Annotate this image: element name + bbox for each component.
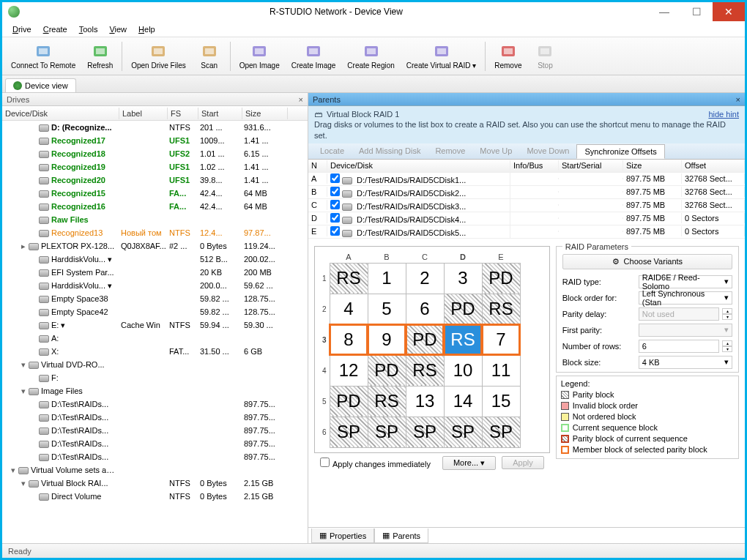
grid-cell[interactable]: SP [406, 417, 444, 447]
grid-cell[interactable]: PD [482, 263, 520, 294]
connect-to-remote-button[interactable]: Connect To Remote [5, 39, 81, 74]
tree-row[interactable]: Raw Files [2, 213, 308, 226]
tree-row[interactable]: Recognized13Новый томNTFS12.4...97.87... [2, 226, 308, 239]
tree-row[interactable]: D:\Test\RAIDs...897.75... [2, 411, 308, 424]
tree-row[interactable]: A: [2, 332, 308, 345]
raid-tab-locate[interactable]: Locate [313, 144, 352, 157]
tree-row[interactable]: ▾Image Files [2, 384, 308, 397]
menu-drive[interactable]: Drive [8, 23, 36, 35]
grid-cell[interactable]: 14 [444, 386, 482, 417]
create-region-button[interactable]: Create Region [341, 39, 400, 74]
grid-cell[interactable]: PD [330, 386, 368, 417]
tree-row[interactable]: E: ▾Cache WinNTFS59.94 ...59.30 ... [2, 318, 308, 332]
raid-col[interactable]: Size [623, 160, 682, 171]
bottom-tab-properties[interactable]: ▦Properties [311, 529, 374, 543]
member-checkbox[interactable] [330, 226, 340, 236]
open-image-button[interactable]: Open Image [234, 39, 286, 74]
tree-col-fs[interactable]: FS [168, 108, 198, 119]
grid-cell[interactable]: SP [444, 417, 482, 447]
open-drive-files-button[interactable]: Open Drive Files [125, 39, 191, 74]
raid-member-row[interactable]: C D:/Test/RAIDs/RAID5CDisk3...897.75 MB3… [308, 199, 745, 212]
close-button[interactable]: ✕ [713, 2, 745, 21]
raid-col[interactable]: N [308, 160, 327, 171]
tree-row[interactable]: Recognized18UFS21.01 ...6.15 ... [2, 147, 308, 160]
param-block-order-for-[interactable]: Block order for:Left Synchronous (Stan▾ [562, 290, 732, 306]
menu-view[interactable]: View [105, 23, 131, 35]
grid-cell[interactable]: 9 [368, 324, 406, 355]
tree-row[interactable]: ▸PLEXTOR PX-128...Q0J8X8AF...#2 ...0 Byt… [2, 239, 308, 253]
apply-immediately-checkbox[interactable]: Apply changes immediately [320, 458, 431, 468]
tree-row[interactable]: EFI System Par...20 KB200 MB [2, 266, 308, 279]
grid-cell[interactable]: 2 [406, 263, 444, 294]
scan-button[interactable]: Scan [192, 39, 227, 74]
raid-tab-move-down[interactable]: Move Down [519, 144, 576, 157]
grid-cell[interactable]: PD [368, 355, 406, 386]
grid-cell[interactable]: RS [406, 355, 444, 386]
create-image-button[interactable]: Create Image [286, 39, 342, 74]
grid-cell[interactable]: RS [330, 263, 368, 294]
tree-row[interactable]: D:\Test\RAIDs...897.75... [2, 397, 308, 411]
create-virtual-raid-button[interactable]: Create Virtual RAID ▾ [401, 39, 482, 74]
raid-tab-add-missing-disk[interactable]: Add Missing Disk [352, 144, 428, 157]
grid-cell[interactable]: RS [482, 294, 520, 324]
bottom-tab-parents[interactable]: ▦Parents [374, 529, 428, 543]
tree-col-devicedisk[interactable]: Device/Disk [2, 108, 119, 119]
tree-row[interactable]: Empty Space4259.82 ...128.75... [2, 305, 308, 318]
tree-row[interactable]: Recognized19UFS11.02 ...1.41 ... [2, 160, 308, 173]
menu-tools[interactable]: Tools [75, 23, 103, 35]
tree-row[interactable]: Recognized17UFS11009...1.41 ... [2, 134, 308, 147]
tree-col-label[interactable]: Label [119, 108, 168, 119]
spin-up[interactable]: ▴ [722, 308, 732, 314]
grid-cell[interactable]: 10 [444, 355, 482, 386]
remove-button[interactable]: Remove [488, 39, 527, 74]
drive-tree[interactable]: Device/DiskLabelFSStartSize D: (Recogniz… [2, 106, 308, 543]
tree-row[interactable]: F: [2, 371, 308, 384]
grid-cell[interactable]: 13 [406, 386, 444, 417]
tree-row[interactable]: ▾Virtual DVD-RO... [2, 358, 308, 371]
more-button[interactable]: More... ▾ [442, 456, 496, 470]
member-checkbox[interactable] [330, 200, 340, 209]
menu-help[interactable]: Help [134, 23, 160, 35]
member-checkbox[interactable] [330, 187, 340, 196]
raid-member-row[interactable]: B D:/Test/RAIDs/RAID5CDisk2...897.75 MB3… [308, 186, 745, 199]
grid-cell[interactable]: 11 [482, 355, 520, 386]
grid-cell[interactable]: 15 [482, 386, 520, 417]
tree-row[interactable]: D: (Recognize...NTFS201 ...931.6... [2, 121, 308, 134]
grid-cell[interactable]: SP [482, 417, 520, 447]
param-number-of-rows-[interactable]: Number of rows:6▴▾ [562, 338, 732, 354]
grid-cell[interactable]: PD [444, 294, 482, 324]
param-raid-type-[interactable]: RAID type:RAID6E / Reed-Solomo▾ [562, 274, 732, 290]
raid-col[interactable]: Offset [682, 160, 745, 171]
tree-row[interactable]: ▾Virtual Block RAI...NTFS0 Bytes2.15 GB [2, 477, 308, 490]
grid-cell[interactable]: SP [330, 417, 368, 447]
raid-col[interactable]: Device/Disk [327, 160, 510, 171]
member-checkbox[interactable] [330, 173, 340, 183]
spin-down[interactable]: ▾ [722, 346, 732, 352]
raid-col[interactable]: Info/Bus [510, 160, 559, 171]
grid-cell[interactable]: RS [444, 324, 482, 355]
spin-up[interactable]: ▴ [722, 340, 732, 346]
menu-create[interactable]: Create [39, 23, 72, 35]
grid-cell[interactable]: 12 [330, 355, 368, 386]
grid-cell[interactable]: 8 [330, 324, 368, 355]
tree-row[interactable]: X:FAT...31.50 ...6 GB [2, 345, 308, 358]
raid-tab-remove[interactable]: Remove [428, 144, 472, 157]
close-icon[interactable]: × [736, 95, 740, 104]
grid-cell[interactable]: 4 [330, 294, 368, 324]
tree-col-start[interactable]: Start [198, 108, 242, 119]
spin-down[interactable]: ▾ [722, 314, 732, 320]
tree-row[interactable]: Recognized15FA...42.4...64 MB [2, 187, 308, 200]
raid-member-row[interactable]: E D:/Test/RAIDs/RAID5CDisk5...897.75 MB0… [308, 225, 745, 239]
tree-row[interactable]: D:\Test\RAIDs...897.75... [2, 437, 308, 450]
minimize-button[interactable]: — [648, 2, 680, 21]
tree-row[interactable]: Empty Space3859.82 ...128.75... [2, 292, 308, 305]
tree-row[interactable]: HarddiskVolu... ▾512 B...200.02... [2, 253, 308, 266]
tree-col-size[interactable]: Size [242, 108, 288, 119]
grid-cell[interactable]: RS [368, 386, 406, 417]
param-block-size-[interactable]: Block size:4 KB▾ [562, 354, 732, 370]
choose-variants-button[interactable]: ⚙ Choose Variants [562, 254, 732, 269]
tree-row[interactable]: HarddiskVolu... ▾200.0...59.62 ... [2, 279, 308, 292]
tree-row[interactable]: D:\Test\RAIDs...897.75... [2, 450, 308, 463]
grid-cell[interactable]: 5 [368, 294, 406, 324]
apply-button[interactable]: Apply [502, 456, 544, 469]
